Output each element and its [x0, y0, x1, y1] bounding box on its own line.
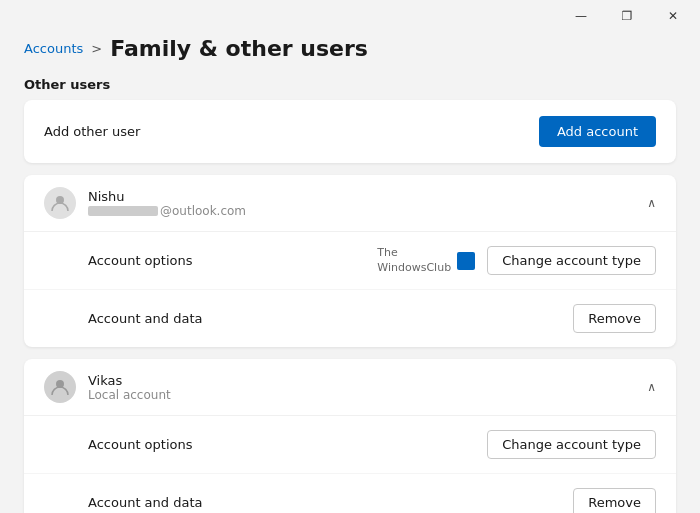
user-header-vikas[interactable]: Vikas Local account ∧ — [24, 359, 676, 416]
user-email-nishu: @outlook.com — [88, 204, 246, 218]
user-name-vikas: Vikas — [88, 373, 171, 388]
user-info-nishu: Nishu @outlook.com — [88, 189, 246, 218]
main-content: Accounts > Family & other users Other us… — [0, 32, 700, 513]
account-options-label-vikas: Account options — [88, 437, 193, 452]
account-data-row-nishu: Account and data Remove — [24, 290, 676, 347]
change-account-type-button-nishu[interactable]: Change account type — [487, 246, 656, 275]
close-button[interactable]: ✕ — [650, 0, 696, 32]
account-options-right-nishu: TheWindowsClub Change account type — [377, 246, 656, 275]
user-header-left-nishu: Nishu @outlook.com — [44, 187, 246, 219]
account-data-label-nishu: Account and data — [88, 311, 203, 326]
minimize-button[interactable]: — — [558, 0, 604, 32]
user-info-vikas: Vikas Local account — [88, 373, 171, 402]
user-header-left-vikas: Vikas Local account — [44, 371, 171, 403]
breadcrumb-separator: > — [91, 41, 102, 56]
email-blur-nishu — [88, 206, 158, 216]
add-user-card: Add other user Add account — [24, 100, 676, 163]
user-card-vikas: Vikas Local account ∧ Account options Ch… — [24, 359, 676, 513]
add-other-user-label: Add other user — [44, 124, 140, 139]
remove-button-vikas[interactable]: Remove — [573, 488, 656, 513]
change-account-type-button-vikas[interactable]: Change account type — [487, 430, 656, 459]
avatar-vikas — [44, 371, 76, 403]
breadcrumb-accounts-link[interactable]: Accounts — [24, 41, 83, 56]
chevron-up-vikas: ∧ — [647, 380, 656, 394]
account-options-row-nishu: Account options TheWindowsClub Change ac… — [24, 232, 676, 290]
page-title: Family & other users — [110, 36, 368, 61]
user-name-nishu: Nishu — [88, 189, 246, 204]
account-data-right-nishu: Remove — [573, 304, 656, 333]
account-data-label-vikas: Account and data — [88, 495, 203, 510]
user-card-nishu: Nishu @outlook.com ∧ Account options The… — [24, 175, 676, 347]
account-data-right-vikas: Remove — [573, 488, 656, 513]
account-options-row-vikas: Account options Change account type — [24, 416, 676, 474]
maximize-button[interactable]: ❐ — [604, 0, 650, 32]
add-account-button[interactable]: Add account — [539, 116, 656, 147]
add-user-row: Add other user Add account — [24, 100, 676, 163]
user-sub-vikas: Local account — [88, 388, 171, 402]
blue-square-icon-nishu — [457, 252, 475, 270]
user-header-nishu[interactable]: Nishu @outlook.com ∧ — [24, 175, 676, 232]
remove-button-nishu[interactable]: Remove — [573, 304, 656, 333]
account-options-label-nishu: Account options — [88, 253, 193, 268]
watermark-nishu: TheWindowsClub — [377, 246, 475, 275]
user-email-suffix-nishu: @outlook.com — [160, 204, 246, 218]
avatar-nishu — [44, 187, 76, 219]
account-data-row-vikas: Account and data Remove — [24, 474, 676, 513]
watermark-text-nishu: TheWindowsClub — [377, 246, 451, 275]
breadcrumb: Accounts > Family & other users — [24, 32, 676, 61]
account-options-right-vikas: Change account type — [487, 430, 656, 459]
other-users-section-label: Other users — [24, 77, 676, 92]
chevron-up-nishu: ∧ — [647, 196, 656, 210]
titlebar: — ❐ ✕ — [0, 0, 700, 32]
